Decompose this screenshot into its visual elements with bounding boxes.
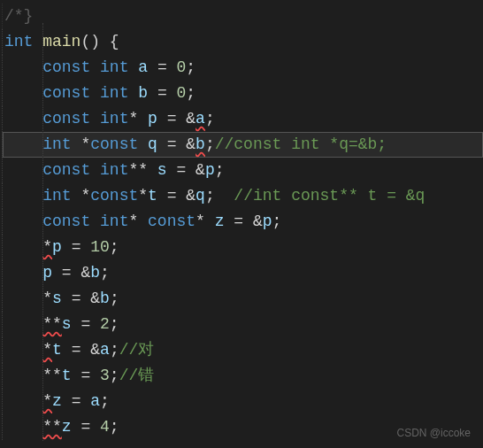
- code-line: p = &b;: [2, 260, 483, 286]
- code-line: **s = 2;: [2, 312, 483, 337]
- error-squiggle: **: [42, 315, 62, 333]
- code-line: int main() {: [2, 29, 483, 55]
- code-line: *s = &b;: [2, 286, 483, 312]
- error-squiggle: *: [42, 341, 52, 359]
- error-squiggle: b: [196, 135, 205, 153]
- code-line: *z = a;: [2, 389, 483, 414]
- code-line-active: int *const q = &b;//const int *q=&b;: [2, 132, 483, 158]
- code-line: const int b = 0;: [2, 81, 483, 106]
- code-editor[interactable]: /*} int main() { const int a = 0; const …: [0, 0, 483, 440]
- code-line: const int* p = &a;: [2, 106, 483, 132]
- code-line-frag: /*}: [2, 4, 483, 29]
- code-line: const int a = 0;: [2, 55, 483, 81]
- error-squiggle: a: [196, 110, 205, 127]
- code-line: const int** s = &p;: [2, 158, 483, 183]
- error-squiggle: *: [42, 238, 52, 256]
- error-squiggle: *: [42, 392, 52, 410]
- error-squiggle: **: [42, 418, 62, 436]
- watermark: CSDN @iccoke: [396, 427, 471, 439]
- code-line: int *const*t = &q; //int const** t = &q: [2, 183, 483, 209]
- indent-guide: [42, 23, 43, 441]
- code-line: **t = 3;//错: [2, 363, 483, 389]
- code-line: *t = &a;//对: [2, 337, 483, 363]
- code-line: const int* const* z = &p;: [2, 209, 483, 235]
- code-line: *p = 10;: [2, 235, 483, 260]
